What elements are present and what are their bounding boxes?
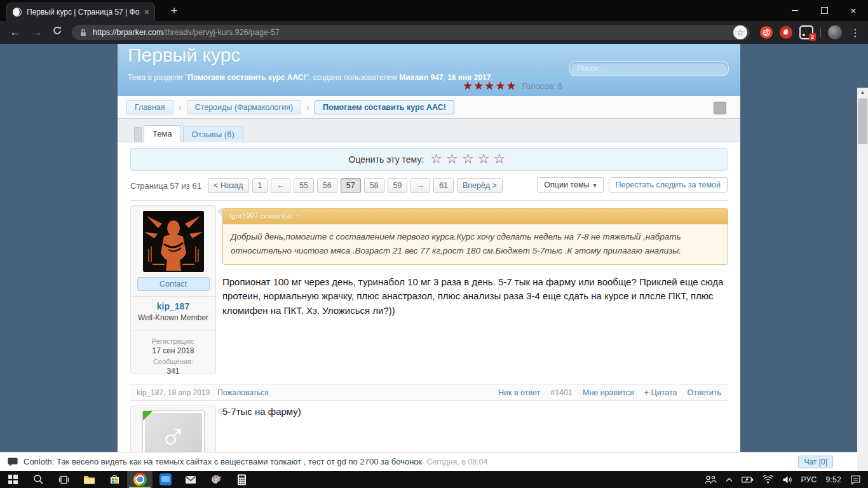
- page-title: Первый курс: [128, 44, 240, 66]
- chat-message[interactable]: Conloth: Так весело видеть как на темных…: [24, 457, 422, 466]
- messages-value: 341: [132, 367, 214, 376]
- author-link[interactable]: Михаил 947: [399, 73, 443, 82]
- chat-button[interactable]: Чат [0]: [798, 456, 833, 468]
- rate-stars-input[interactable]: ☆☆☆☆☆: [430, 151, 509, 166]
- reload-icon[interactable]: [52, 25, 67, 39]
- window-close-button[interactable]: ×: [839, 0, 868, 21]
- chevron-right-icon: ›: [306, 102, 309, 112]
- page-skip-back-button[interactable]: ←: [271, 178, 290, 193]
- contact-button[interactable]: Contact: [137, 277, 210, 291]
- rate-thread-box: Оценить эту тему: ☆☆☆☆☆: [130, 148, 728, 171]
- microsoft-store-icon[interactable]: [102, 471, 127, 488]
- page-scrollbar[interactable]: ▲ ▼: [857, 88, 868, 471]
- post-message: Igor1997 сказал(а):↑ Добрый день,помогит…: [222, 208, 728, 318]
- url-path: /threads/pervyj-kurs.926/page-57: [163, 28, 279, 37]
- thread-header: Первый курс Тема в разделе "Помогаем сос…: [118, 44, 740, 96]
- reply-nick-link[interactable]: Ник в ответ: [498, 388, 540, 397]
- quick-navigation-button[interactable]: [714, 102, 726, 114]
- mail-icon[interactable]: [178, 471, 203, 488]
- subtitle-mid: ", создана пользователем: [306, 73, 400, 82]
- page-next-button[interactable]: Вперёд >: [457, 178, 503, 193]
- url-bar[interactable]: https://brparker.com/threads/pervyj-kurs…: [72, 25, 750, 40]
- scrollbar-thumb[interactable]: [858, 98, 867, 144]
- quote-link[interactable]: + Цитата: [644, 388, 677, 397]
- section-link[interactable]: Помогаем составить курс ААС!: [187, 73, 306, 82]
- quote-author: Igor1997 сказал(а):: [229, 212, 294, 220]
- page-button[interactable]: 58: [364, 178, 384, 193]
- breadcrumb-forum[interactable]: Стероиды (Фармакология): [187, 100, 301, 114]
- tab-theme[interactable]: Тема: [144, 125, 181, 142]
- browser-tab-strip: Первый курс | Страница 57 | Фо × + ×: [0, 0, 868, 21]
- action-center-icon[interactable]: [846, 471, 868, 488]
- file-explorer-icon[interactable]: [76, 471, 102, 488]
- people-icon[interactable]: [700, 471, 721, 488]
- tab-reviews[interactable]: Отзывы (6): [183, 126, 243, 142]
- search-input[interactable]: [569, 62, 728, 76]
- calculator-icon[interactable]: [229, 471, 254, 488]
- start-button[interactable]: [0, 471, 25, 488]
- back-icon[interactable]: ←: [8, 25, 23, 39]
- stop-hand-extension-icon[interactable]: [780, 26, 792, 39]
- quote-text: Добрый день,помогите с составлением перв…: [223, 224, 728, 264]
- red-target-extension-icon[interactable]: [760, 26, 773, 39]
- page-button[interactable]: 61: [433, 178, 454, 193]
- breadcrumb-home[interactable]: Главная: [126, 100, 173, 114]
- tray-chevron-up-icon[interactable]: [721, 471, 737, 488]
- page-button[interactable]: 56: [317, 178, 337, 193]
- quote-jump-icon[interactable]: ↑: [297, 212, 301, 220]
- post-message: 5-7тыс на фарму): [222, 406, 301, 417]
- thread-content: Тема Отзывы (6) Оценить эту тему: ☆☆☆☆☆ …: [118, 119, 740, 471]
- browser-menu-icon[interactable]: ⋮: [849, 27, 862, 39]
- chevron-down-icon: ▾: [593, 182, 596, 189]
- page-button[interactable]: 59: [388, 178, 408, 193]
- movies-tv-icon[interactable]: [153, 471, 178, 488]
- tab-close-icon[interactable]: ×: [144, 8, 149, 17]
- avatar[interactable]: [143, 211, 204, 272]
- task-view-icon[interactable]: [51, 471, 76, 488]
- page-button-current[interactable]: 57: [341, 178, 361, 193]
- post-text: Пропионат 100 мг через день, туринабол 1…: [222, 275, 728, 318]
- battery-icon[interactable]: [737, 471, 758, 488]
- window-minimize-button[interactable]: [780, 0, 810, 21]
- like-link[interactable]: Мне нравится: [583, 388, 634, 397]
- thread-options-button[interactable]: Опции темы▾: [537, 177, 603, 193]
- unwatch-thread-button[interactable]: Перестать следить за темой: [609, 177, 728, 193]
- forward-icon[interactable]: →: [29, 25, 44, 39]
- chrome-logo-icon: [133, 473, 147, 486]
- scroll-up-icon[interactable]: ▲: [857, 88, 868, 98]
- page-button[interactable]: 55: [294, 178, 314, 193]
- username-link[interactable]: kip_187: [132, 301, 214, 311]
- post-number-link[interactable]: #1401: [550, 388, 573, 397]
- wifi-icon[interactable]: [758, 471, 778, 488]
- volume-icon[interactable]: [778, 471, 797, 488]
- extension-badge: 2: [809, 33, 816, 41]
- new-tab-button[interactable]: +: [166, 4, 182, 19]
- windows-logo-icon: [8, 475, 18, 484]
- clock[interactable]: 9:52: [821, 471, 846, 488]
- breadcrumb: Главная › Стероиды (Фармакология) › Помо…: [118, 96, 740, 119]
- language-indicator[interactable]: РУС: [797, 471, 822, 488]
- browser-profile-avatar[interactable]: [828, 25, 842, 39]
- breadcrumb-thread[interactable]: Помогаем составить курс ААС!: [315, 100, 454, 114]
- page-button[interactable]: 1: [252, 178, 268, 193]
- pagination: Страница 57 из 61 < Назад 1 ← 55 56 57 5…: [130, 177, 506, 194]
- chat-bubble-icon: [8, 457, 18, 467]
- page-skip-forward-button[interactable]: →: [410, 178, 430, 193]
- blue-app-icon: [159, 473, 172, 485]
- forum-wrapper: Первый курс Тема в разделе "Помогаем сос…: [118, 44, 740, 471]
- window-maximize-button[interactable]: [810, 0, 839, 21]
- chrome-taskbar-icon[interactable]: [127, 471, 153, 488]
- system-tray: РУС 9:52: [700, 471, 868, 488]
- bookmark-star-icon[interactable]: ☆: [733, 25, 747, 39]
- quote-header: Igor1997 сказал(а):↑: [223, 208, 728, 224]
- report-link[interactable]: Пожаловаться: [217, 388, 269, 397]
- male-symbol-icon: ♂: [143, 415, 204, 458]
- blocker-extension-icon[interactable]: 2: [799, 25, 813, 39]
- chat-timestamp: Сегодня, в 08:04: [426, 458, 487, 466]
- page-prev-button[interactable]: < Назад: [208, 178, 249, 193]
- browser-tab[interactable]: Первый курс | Страница 57 | Фо ×: [6, 3, 155, 21]
- taskbar-search-icon[interactable]: [25, 471, 51, 488]
- paint-icon[interactable]: [203, 471, 229, 488]
- reply-link[interactable]: Ответить: [688, 388, 721, 397]
- lock-icon[interactable]: [79, 28, 87, 37]
